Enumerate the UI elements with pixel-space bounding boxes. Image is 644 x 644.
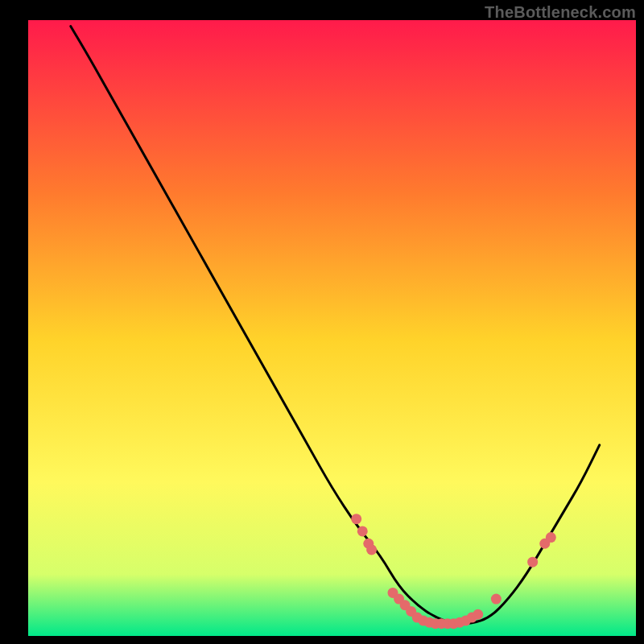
highlight-point xyxy=(546,532,556,543)
bottleneck-chart xyxy=(0,0,644,644)
highlight-point xyxy=(473,609,483,620)
highlight-point xyxy=(366,544,377,555)
highlight-point xyxy=(357,526,368,536)
watermark: TheBottleneck.com xyxy=(485,3,636,22)
highlight-point xyxy=(527,557,538,568)
chart-container: TheBottleneck.com xyxy=(0,0,644,644)
highlight-point xyxy=(351,514,361,524)
highlight-point xyxy=(491,594,502,605)
